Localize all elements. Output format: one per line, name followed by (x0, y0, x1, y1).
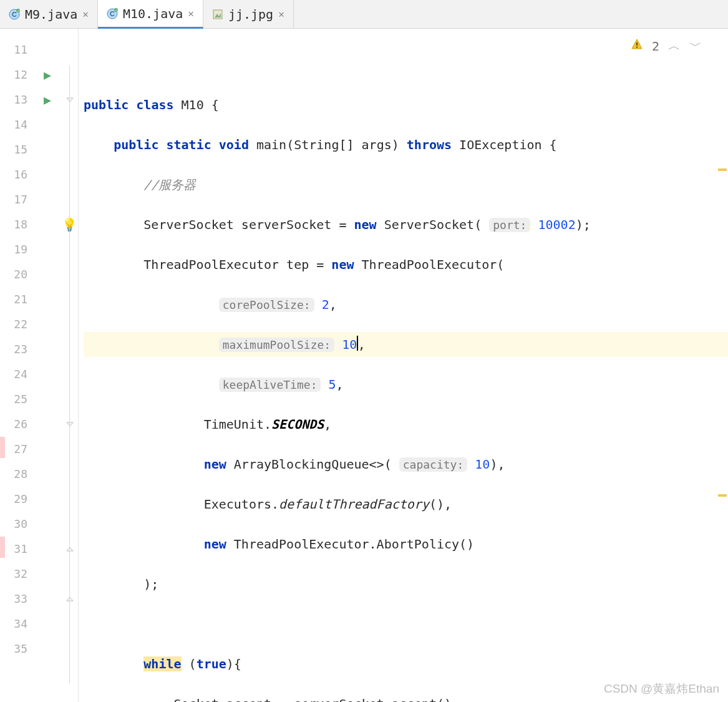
svg-point-5 (114, 8, 118, 12)
line-number: 24 (0, 362, 34, 387)
line-number: 21 (0, 287, 34, 312)
line-number: 20 (0, 262, 34, 287)
svg-rect-8 (636, 42, 638, 46)
line-number: 34 (0, 612, 34, 636)
error-strip[interactable] (717, 57, 728, 702)
warning-count: 2 (652, 39, 659, 54)
svg-point-2 (16, 9, 20, 12)
line-number: 25 (0, 387, 34, 412)
warning-icon (631, 38, 643, 54)
icon-gutter: ▶ ▶ (34, 29, 61, 702)
close-icon[interactable]: ✕ (278, 8, 284, 20)
line-number: 23 (0, 337, 34, 362)
param-hint: maximumPoolSize: (219, 338, 334, 352)
run-icon[interactable]: ▶ (44, 67, 51, 82)
image-file-icon (212, 9, 223, 20)
chevron-up-icon[interactable]: ︿ (668, 37, 681, 54)
tab-jj[interactable]: jj.jpg ✕ (203, 0, 294, 28)
tab-label: M10.java (123, 6, 183, 21)
param-hint: corePoolSize: (219, 298, 314, 312)
fold-gutter: 💡 (61, 29, 79, 702)
line-number: 22 (0, 312, 34, 337)
line-number: 15 (0, 137, 34, 162)
line-number: 11 (0, 37, 34, 62)
chevron-down-icon[interactable]: ﹀ (689, 37, 702, 54)
line-number: 27 (0, 437, 34, 462)
strip-warn-marker[interactable] (718, 494, 727, 497)
svg-text:C: C (12, 11, 17, 18)
inspection-widget[interactable]: 2 ︿ ﹀ (631, 37, 702, 54)
run-icon[interactable]: ▶ (44, 92, 51, 107)
line-number: 33 (0, 587, 34, 612)
strip-warn-marker[interactable] (718, 168, 727, 171)
tab-m9[interactable]: C M9.java ✕ (0, 0, 98, 28)
line-number-gutter: 11 12 13 14 15 16 17 18 19 20 21 22 23 2… (0, 29, 34, 702)
vcs-change-marker (0, 537, 5, 558)
param-hint: port: (489, 218, 530, 232)
watermark: CSDN @黄嘉炜Ethan (604, 681, 719, 697)
tab-bar: C M9.java ✕ C M10.java ✕ jj.jpg ✕ (0, 0, 728, 29)
line-number: 28 (0, 462, 34, 487)
close-icon[interactable]: ✕ (82, 8, 89, 20)
line-number: 12 (0, 62, 34, 87)
close-icon[interactable]: ✕ (188, 7, 194, 19)
editor-area: 11 12 13 14 15 16 17 18 19 20 21 22 23 2… (0, 29, 728, 702)
line-number: 16 (0, 162, 34, 187)
line-number: 13 (0, 87, 34, 112)
line-number: 30 (0, 512, 34, 537)
class-file-icon: C (107, 8, 118, 19)
line-number: 32 (0, 562, 34, 587)
tab-label: M9.java (25, 7, 77, 22)
line-number: 17 (0, 187, 34, 212)
code-editor[interactable]: public class M10 { public static void ma… (79, 29, 728, 702)
param-hint: capacity: (399, 457, 468, 472)
line-number: 18 (0, 212, 34, 237)
svg-text:C: C (110, 10, 115, 17)
line-number: 14 (0, 112, 34, 137)
line-number: 31 (0, 537, 34, 562)
param-hint: keepAliveTime: (219, 378, 321, 392)
svg-rect-9 (636, 47, 638, 48)
tab-m10[interactable]: C M10.java ✕ (98, 0, 203, 29)
class-file-icon: C (9, 9, 20, 20)
line-number: 35 (0, 636, 34, 661)
line-number: 26 (0, 412, 34, 437)
line-number: 29 (0, 487, 34, 512)
line-number: 19 (0, 237, 34, 262)
vcs-change-marker (0, 437, 5, 458)
tab-label: jj.jpg (228, 7, 273, 22)
